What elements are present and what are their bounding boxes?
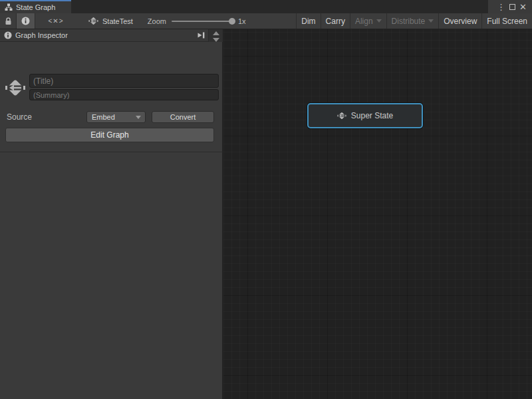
window-controls: ⋮ ✕ [488,0,532,13]
edit-graph-button[interactable]: Edit Graph [5,128,214,142]
inspector-header-title: Graph Inspector [15,31,68,39]
tab-title: State Graph [16,3,55,11]
tab-state-graph[interactable]: State Graph [0,0,71,13]
graph-tree-icon [5,3,13,11]
inspector-header-strip: Graph Inspector [0,29,223,42]
panel-divider [0,152,223,152]
graph-reference[interactable]: StateTest [88,13,133,29]
page-up-icon[interactable] [213,31,219,35]
state-machine-icon [88,16,98,26]
align-label: Align [355,17,373,26]
toolbar: <✕> StateTest Zoom 1x Dim [0,13,532,29]
code-view-button[interactable]: <✕> [35,13,76,29]
node-label: Super State [351,111,393,120]
align-button[interactable]: Align [350,13,386,29]
toolbar-right-group: Dim Carry Align Distribute Overview Full… [296,13,532,29]
source-dropdown[interactable]: Embed [86,111,146,123]
carry-label: Carry [326,17,345,26]
code-icon: <✕> [48,17,63,25]
convert-label: Convert [170,113,196,121]
full-screen-button[interactable]: Full Screen [482,13,532,29]
source-label: Source [7,112,32,122]
distribute-button[interactable]: Distribute [387,13,439,29]
state-machine-icon [337,111,346,120]
summary-field[interactable] [29,89,219,100]
zoom-value: 1x [238,17,246,25]
convert-button[interactable]: Convert [152,111,214,123]
inspector-pager [210,29,221,44]
lock-button[interactable] [0,13,16,29]
title-field[interactable] [29,74,219,88]
full-screen-label: Full Screen [487,17,527,26]
graph-canvas[interactable]: Super State [223,29,532,399]
overview-button[interactable]: Overview [439,13,481,29]
dim-label: Dim [301,17,315,26]
graph-inspector-panel: Graph Inspector Sou [0,29,223,399]
titlebar: State Graph ⋮ ✕ [0,0,532,13]
dock-panel-icon[interactable] [197,31,205,39]
zoom-slider[interactable] [172,21,233,22]
lock-icon [5,17,12,25]
distribute-label: Distribute [392,17,426,26]
dim-button[interactable]: Dim [297,13,320,29]
zoom-slider-handle[interactable] [229,18,235,25]
chevron-down-icon [376,19,382,23]
state-machine-icon-large [5,77,26,98]
carry-button[interactable]: Carry [321,13,350,29]
edit-graph-label: Edit Graph [90,130,128,140]
zoom-control: Zoom 1x [148,13,246,29]
super-state-node[interactable]: Super State [307,103,423,128]
zoom-label: Zoom [148,17,166,25]
close-icon[interactable]: ✕ [519,3,527,11]
graph-name-label: StateTest [102,17,133,25]
inspector-toggle-button[interactable] [17,13,35,29]
info-icon [21,17,30,25]
source-dropdown-value: Embed [92,113,115,121]
maximize-icon[interactable] [509,3,515,11]
chevron-down-icon [136,116,141,119]
overview-label: Overview [444,17,477,26]
info-icon [4,31,12,39]
menu-icon[interactable]: ⋮ [497,3,505,11]
page-down-icon[interactable] [213,38,219,42]
chevron-down-icon [428,19,434,23]
inspector-header[interactable]: Graph Inspector [0,29,209,42]
